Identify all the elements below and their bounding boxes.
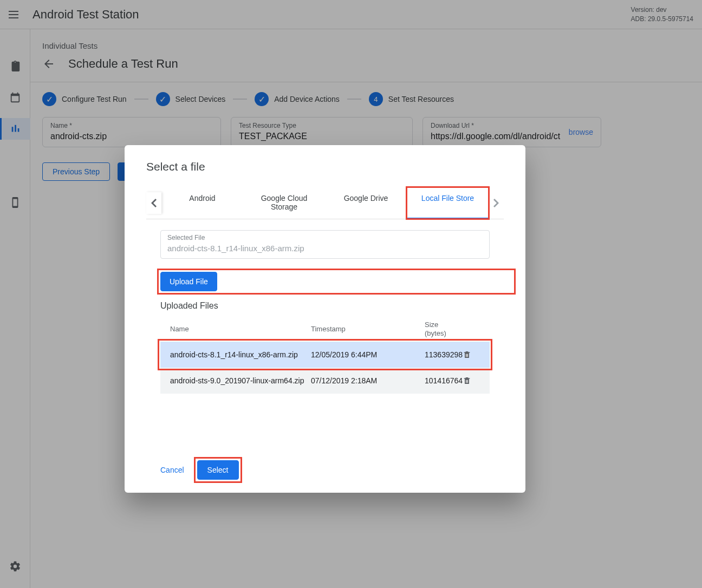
tab-local[interactable]: Local File Store	[407, 187, 489, 219]
delete-row-button[interactable]	[463, 376, 484, 385]
chevron-left-icon	[151, 199, 157, 207]
table-row[interactable]: android-sts-9.0_201907-linux-arm64.zip 0…	[160, 368, 490, 394]
cancel-button[interactable]: Cancel	[155, 461, 190, 479]
dialog-title: Select a file	[146, 160, 515, 173]
delete-row-button[interactable]	[463, 350, 484, 359]
tab-android[interactable]: Android	[161, 187, 243, 219]
uploaded-files-heading: Uploaded Files	[160, 301, 515, 311]
select-button[interactable]: Select	[197, 460, 239, 480]
delete-icon	[463, 350, 471, 359]
tabs-scroll-right[interactable]	[489, 192, 504, 214]
uploaded-files-table: Name Timestamp Size(bytes) android-cts-8…	[160, 316, 490, 394]
selected-file-field[interactable]: Selected File android-cts-8.1_r14-linux_…	[160, 230, 490, 259]
tab-drive[interactable]: Google Drive	[325, 187, 407, 219]
tabs-scroll-left[interactable]	[146, 192, 161, 214]
delete-icon	[463, 376, 471, 385]
upload-file-button[interactable]: Upload File	[160, 272, 217, 291]
table-row[interactable]: android-cts-8.1_r14-linux_x86-arm.zip 12…	[160, 342, 490, 368]
tab-gcs[interactable]: Google Cloud Storage	[243, 187, 325, 219]
select-file-dialog: Select a file Android Google Cloud Stora…	[125, 145, 525, 493]
chevron-right-icon	[493, 199, 499, 207]
table-header: Name Timestamp Size(bytes)	[160, 316, 490, 342]
